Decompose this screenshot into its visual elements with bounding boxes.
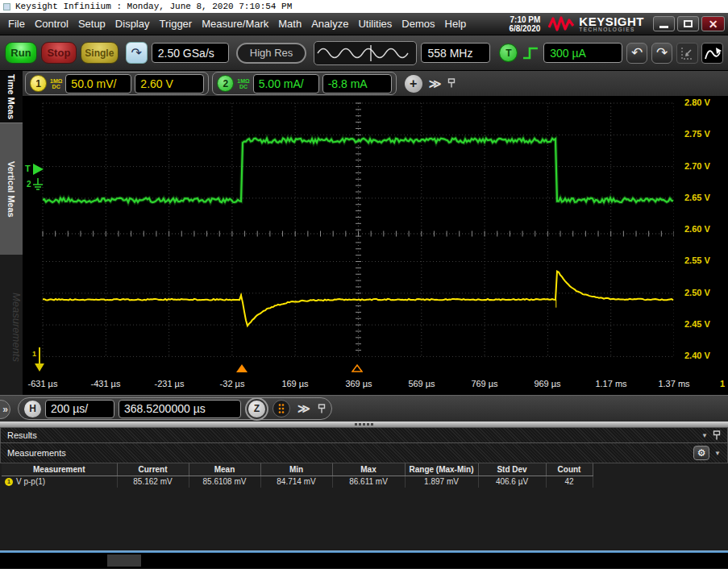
menu-file[interactable]: File (3, 18, 30, 30)
tab-vertical-meas[interactable]: Vertical Meas (0, 123, 23, 255)
orange-dots-icon (277, 403, 285, 414)
stop-button[interactable]: Stop (41, 42, 77, 64)
window-title: Keysight Infiniium : Monday, June 8, 202… (15, 2, 292, 11)
down-arrow-icon (35, 363, 44, 372)
mean-value: 85.6108 mV (189, 476, 260, 488)
sample-rate-field[interactable]: 2.50 GSa/s (152, 43, 229, 63)
menu-control[interactable]: Control (30, 18, 73, 30)
waveform-tool-button[interactable] (701, 43, 723, 64)
channel-1-scale-field[interactable]: 50.0 mV/ (65, 74, 131, 93)
pin-icon[interactable] (713, 430, 721, 441)
time-tick: 969 µs (534, 379, 560, 388)
channel-2-offset-field[interactable]: -8.8 mA (322, 74, 392, 93)
menu-bar: File Control Setup Display Trigger Measu… (0, 13, 728, 35)
menu-analyze[interactable]: Analyze (306, 18, 353, 30)
redo-icon: ↷ (656, 46, 668, 60)
trigger-marker-channel: 2 (27, 180, 31, 189)
channel-2-scale-field[interactable]: 5.00 mA/ (253, 74, 319, 93)
menu-math[interactable]: Math (273, 18, 306, 30)
col-stddev[interactable]: Std Dev (478, 463, 546, 476)
trigger-time-marker[interactable] (236, 364, 248, 372)
horizontal-button[interactable]: H (24, 401, 41, 417)
channel-1-coupling-badge[interactable]: 1MΩ DC (50, 78, 62, 89)
bandwidth-field[interactable]: 558 MHz (421, 43, 490, 63)
measurements-title: Measurements (7, 448, 66, 458)
close-button[interactable]: ✕ (701, 16, 725, 31)
time-tick: 169 µs (281, 379, 308, 388)
col-count[interactable]: Count (546, 463, 593, 476)
voltage-tick: 2.65 V (684, 193, 710, 204)
undo-button[interactable]: ↶ (626, 43, 647, 64)
grid-display-button[interactable] (676, 43, 698, 64)
col-range[interactable]: Range (Max-Min) (405, 463, 478, 476)
pin-icon[interactable] (318, 404, 326, 414)
range-value: 1.897 mV (405, 476, 478, 488)
col-measurement[interactable]: Measurement (2, 463, 117, 476)
col-max[interactable]: Max (332, 463, 405, 476)
time-axis: -631 µs -431 µs -231 µs -32 µs 169 µs 36… (23, 375, 728, 395)
timebase-scale-field[interactable]: 200 µs/ (45, 400, 114, 418)
measurements-dropdown-icon[interactable]: ▼ (714, 450, 721, 457)
max-value: 86.611 mV (332, 476, 405, 488)
segmented-memory-button[interactable] (272, 400, 290, 417)
collapse-panel-button[interactable]: » (0, 400, 10, 419)
channel-1-ground-marker[interactable]: 1 (32, 346, 47, 373)
maximize-button[interactable] (677, 16, 699, 31)
run-button[interactable]: Run (5, 42, 37, 64)
measurements-table: Measurement Current Mean Min Max Range (… (2, 463, 593, 488)
min-value: 84.714 mV (260, 476, 332, 488)
trigger-level-field[interactable]: 300 µA (543, 43, 622, 63)
channel-2-button[interactable]: 2 (217, 75, 234, 92)
add-channel-button[interactable]: + (405, 75, 422, 93)
col-min[interactable]: Min (260, 463, 332, 476)
menu-help[interactable]: Help (440, 18, 472, 30)
taskbar-item[interactable] (107, 554, 141, 567)
panel-splitter[interactable] (0, 422, 728, 427)
channel-1-offset-field[interactable]: 2.60 V (135, 74, 204, 93)
clock-date: 6/8/2020 (509, 24, 540, 33)
grid-arrow-icon (680, 45, 696, 61)
expand-chevrons[interactable]: ≫ (426, 77, 445, 91)
pin-icon[interactable] (447, 78, 456, 89)
menu-trigger[interactable]: Trigger (154, 18, 197, 30)
tab-time-meas[interactable]: Time Meas (0, 71, 23, 123)
gear-icon: ⚙ (697, 448, 706, 458)
col-current[interactable]: Current (117, 463, 189, 476)
time-tick: -32 µs (220, 379, 245, 388)
touch-button[interactable]: ↷ (126, 42, 148, 64)
timebase-position-field[interactable]: 368.5200000 µs (119, 400, 241, 418)
col-mean[interactable]: Mean (189, 463, 260, 476)
trigger-level-marker[interactable]: T 2 (24, 162, 45, 197)
left-sidebar: Time Meas Vertical Meas Measurements (0, 71, 23, 395)
single-button[interactable]: Single (81, 42, 119, 64)
scope-grid-and-traces (23, 97, 674, 373)
redo-button[interactable]: ↷ (651, 43, 672, 64)
menu-demos[interactable]: Demos (397, 18, 439, 30)
menu-measure-mark[interactable]: Measure/Mark (197, 18, 273, 30)
keysight-logo: KEYSIGHT TECHNOLOGIES (548, 16, 651, 32)
expand-chevrons[interactable]: ≫ (294, 401, 314, 416)
zoom-button[interactable]: Z (248, 401, 265, 417)
measurements-watermark: Measurements (0, 255, 23, 395)
measurement-name: V p-p(1) (16, 477, 45, 486)
app-icon (3, 3, 10, 10)
maximize-icon (684, 20, 693, 27)
time-tick: -431 µs (91, 379, 121, 388)
current-value: 85.162 mV (117, 476, 189, 488)
trigger-source-button[interactable]: T (499, 44, 518, 62)
trigger-edge-icon[interactable] (522, 45, 539, 61)
horizontal-reference-marker[interactable] (352, 364, 363, 372)
table-row[interactable]: 1V p-p(1) 85.162 mV 85.6108 mV 84.714 mV… (2, 476, 593, 488)
menu-utilities[interactable]: Utilities (353, 18, 397, 30)
acquisition-memory-indicator[interactable] (314, 41, 417, 65)
voltage-tick: 2.40 V (684, 351, 710, 362)
acquisition-mode-button[interactable]: High Res (236, 43, 307, 64)
results-dropdown-icon[interactable]: ▼ (701, 432, 708, 439)
menu-display[interactable]: Display (110, 18, 155, 30)
minimize-button[interactable] (653, 16, 675, 31)
measurements-settings-button[interactable]: ⚙ (693, 446, 709, 460)
menu-setup[interactable]: Setup (73, 18, 110, 30)
waveform-display[interactable]: T 2 1 (23, 97, 674, 373)
channel-2-coupling-badge[interactable]: 1MΩ DC (237, 78, 249, 89)
channel-1-button[interactable]: 1 (30, 75, 47, 92)
